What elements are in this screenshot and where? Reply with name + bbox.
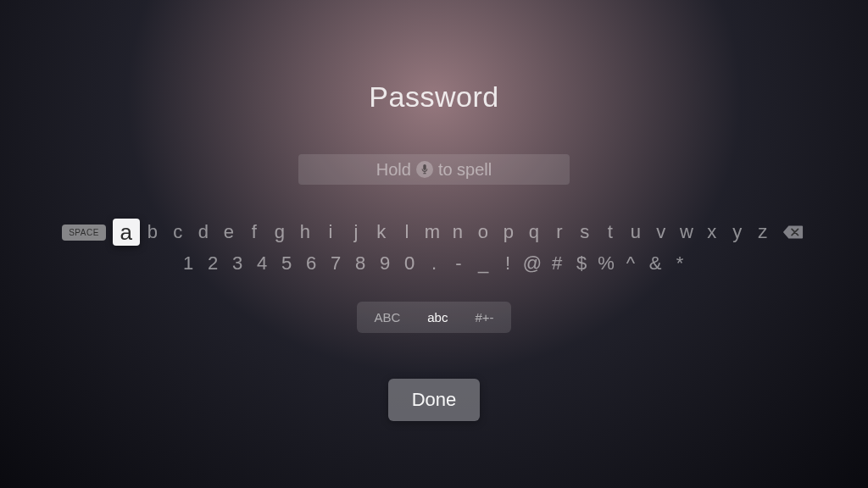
mode-uppercase[interactable]: ABC [360,305,414,330]
key-n[interactable]: n [445,219,470,245]
key-u[interactable]: u [623,219,648,245]
key-*[interactable]: * [668,251,693,276]
key-s[interactable]: s [572,219,598,245]
keyboard-mode-switcher: ABC abc #+- [357,302,510,333]
key-6[interactable]: 6 [299,251,324,276]
mode-lowercase[interactable]: abc [414,305,461,330]
hint-suffix: to spell [438,160,492,180]
key-![interactable]: ! [496,251,520,276]
key-.[interactable]: . [422,251,447,276]
key-@[interactable]: @ [520,251,545,276]
keyboard-row-letters: SPACE abcdefghijklmnopqrstuvwxyz [62,219,806,246]
key-k[interactable]: k [369,219,394,245]
key-3[interactable]: 3 [225,251,250,276]
key-l[interactable]: l [394,219,420,245]
key-_[interactable]: _ [471,251,496,276]
key-4[interactable]: 4 [250,251,275,276]
key-%[interactable]: % [594,251,619,276]
hint-prefix: Hold [376,160,411,180]
key-1[interactable]: 1 [176,251,201,276]
password-input[interactable]: Hold to spell [298,154,570,185]
key-f[interactable]: f [242,219,267,245]
key-0[interactable]: 0 [398,251,422,276]
space-key[interactable]: SPACE [62,225,106,241]
done-button[interactable]: Done [388,379,481,421]
key-^[interactable]: ^ [619,251,643,276]
microphone-icon [416,161,433,178]
key-o[interactable]: o [470,219,496,245]
password-entry-screen: Password Hold to spell SPACE abcdefghijk… [0,0,868,488]
key-j[interactable]: j [343,219,369,245]
key-y[interactable]: y [725,219,750,245]
key-a[interactable]: a [113,219,140,246]
key-7[interactable]: 7 [324,251,348,276]
key-c[interactable]: c [165,219,191,245]
key-9[interactable]: 9 [373,251,398,276]
key-w[interactable]: w [674,219,699,245]
key-v[interactable]: v [648,219,674,245]
key-p[interactable]: p [496,219,521,245]
key-m[interactable]: m [420,219,445,245]
key-8[interactable]: 8 [348,251,373,276]
key-g[interactable]: g [267,219,292,245]
mode-symbols[interactable]: #+- [461,305,507,330]
key-q[interactable]: q [521,219,547,245]
key-e[interactable]: e [216,219,242,245]
key-$[interactable]: $ [570,251,594,276]
key-i[interactable]: i [318,219,343,245]
key-d[interactable]: d [191,219,216,245]
backspace-icon[interactable] [779,219,806,246]
key-2[interactable]: 2 [201,251,225,276]
page-title: Password [369,80,498,114]
key-x[interactable]: x [699,219,725,245]
key-r[interactable]: r [547,219,572,245]
keyboard-row-numbers-symbols: 1234567890.-_!@#$%^&* [176,251,693,276]
key-b[interactable]: b [140,219,165,245]
key-t[interactable]: t [598,219,623,245]
key-#[interactable]: # [545,251,570,276]
key--[interactable]: - [447,251,471,276]
key-5[interactable]: 5 [275,251,299,276]
key-&[interactable]: & [643,251,668,276]
key-h[interactable]: h [292,219,318,245]
key-z[interactable]: z [750,219,776,245]
